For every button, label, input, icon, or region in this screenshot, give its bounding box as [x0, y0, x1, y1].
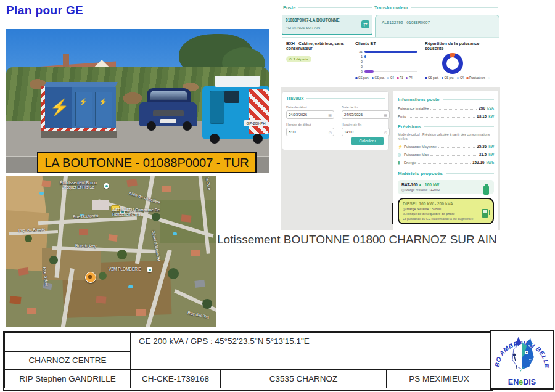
site-banner: LA BOUTONNE - 01088P0007 - TUR	[37, 152, 257, 173]
calendar-icon: ▦	[384, 113, 387, 117]
calculer-button[interactable]: Calculer ›	[352, 137, 384, 145]
section-transformateur: Transformateur	[374, 5, 408, 10]
bar-row: 35	[355, 49, 417, 54]
poste-card[interactable]: 01088P0007-LA BOUTONNE ◦ CHARNOZ-SUR-AIN…	[282, 15, 372, 35]
poste-city: ◦ CHARNOZ-SUR-AIN	[286, 26, 320, 30]
van-license-plate: GP-260-PH	[244, 120, 268, 126]
map-label-cure: la Cure	[205, 177, 212, 190]
info-row: Pmip 83.15kW	[398, 114, 494, 118]
bar-row: 0	[355, 64, 417, 69]
satellite-map: Établissement Bruno Jacquet Et Fils Sa A…	[6, 176, 216, 327]
gauge-icon: ◎	[398, 153, 402, 157]
table-cell-ps: PS MEXIMIEUX	[387, 369, 491, 388]
date-fin-input[interactable]: 24/03/2026▦	[342, 110, 390, 119]
green-dot-icon: ●	[419, 183, 421, 187]
lightning-icon: ⚡	[99, 98, 107, 106]
lightning-icon: ⚡	[398, 145, 402, 149]
info-row: Puissance installée 250kVA	[398, 106, 494, 110]
diesel-card-highlighted[interactable]: DIESEL 160 kW - 200 kVA ◷ Marge restante…	[398, 198, 494, 224]
app-screenshot: Poste Transformateur 01088P0007-LA BOUTO…	[281, 5, 500, 230]
enedis-wordmark: ENeDIS	[508, 378, 536, 386]
lightning-icon: ⚡	[79, 98, 88, 106]
page-title: Plan pour GE	[6, 4, 83, 17]
generator-cabinet-front: ⚡	[42, 87, 72, 130]
map-poi-marker	[147, 267, 152, 272]
map-label-cimetiere: Allée du Cimetière	[128, 190, 161, 205]
map-label-roy: Rue du Roy	[75, 243, 97, 248]
map-trees-layer	[49, 256, 58, 264]
table-cell-gps: GE 200 kVA / GPS : 45°52'23.5"N 5°13'15.…	[131, 332, 491, 369]
materiels-title: Matériels proposés	[398, 171, 443, 176]
bar-row: 6	[355, 69, 417, 74]
info-icon[interactable]: ◌	[488, 76, 490, 80]
prevision-row: ⚡ Puissance Moyenne 25.36kW	[398, 144, 494, 149]
enedis-stamp: BO AMBERIEU BELLEY ENeD	[490, 330, 554, 390]
poste-title: 01088P0007-LA BOUTONNE	[286, 18, 340, 22]
transformateur-title: ALS132792 - 01088R0007	[382, 20, 430, 25]
travaux-card: Travaux Date de début 24/03/2026▦ Date d…	[282, 91, 389, 150]
prevision-row: ▮ Energie 152.16kWh	[398, 160, 494, 165]
table-cell-site: CHARNOZ CENTRE	[4, 351, 131, 369]
map-pools-layer	[39, 192, 44, 195]
clients-bt-legend: CS part. CS pro. C4 P3 P4	[355, 76, 417, 80]
mode-calcul: Mode de calcul : Prévision calculée à pa…	[398, 133, 494, 141]
enedis-stamp-graphic: BO AMBERIEU BELLEY ENeD	[491, 331, 553, 388]
horaire-debut-input[interactable]: 8:00◷	[286, 128, 334, 136]
bat-160-card[interactable]: BAT-160 ● 160 kW ◷ Marge restante : 12h0…	[398, 180, 494, 194]
travaux-title: Travaux	[286, 96, 303, 101]
map-ge-location-pin	[85, 272, 96, 283]
horaire-fin-input[interactable]: 14:00◷	[342, 128, 390, 136]
fuel-pump-icon	[482, 209, 488, 218]
clock-icon: ◷	[384, 130, 387, 134]
battery-icon	[483, 186, 489, 195]
site-photo: ⚡ ⚡ ⚡ GP-260-PH	[6, 29, 269, 173]
van-open-door	[210, 91, 224, 124]
map-label-tra: Rue des Tra	[187, 310, 210, 319]
battery-icon: ▮	[398, 161, 402, 165]
info-panel: Informations poste Puissance installée 2…	[393, 91, 498, 230]
transformateur-panel: EXH - Cabine, extérieur, sans conservate…	[282, 37, 500, 86]
map-poi-marker	[104, 183, 109, 189]
map-label-bruno: Établissement Bruno Jacquet Et Fils Sa	[53, 181, 104, 190]
departs-badge[interactable]: ⟳ 3 départs	[286, 56, 311, 62]
previsions-title: Prévisions	[398, 124, 421, 129]
clock-icon: ◷	[329, 130, 332, 134]
warning-icon: ⚠	[403, 212, 406, 216]
caption-lotissement: Lotissement BOUTONNE 01800 CHARNOZ SUR A…	[217, 233, 497, 247]
info-table: GE 200 kVA / GPS : 45°52'23.5"N 5°13'15.…	[3, 331, 493, 391]
page: Plan pour GE ⚡ ⚡ ⚡	[0, 0, 555, 392]
clients-bt-title: Clients BT	[355, 41, 417, 46]
repartition-legend: CS part. CS pro. C4 Producteurs ◌	[425, 76, 495, 80]
generator-cabinet-side: ⚡ ⚡	[72, 87, 116, 130]
section-poste: Poste	[283, 5, 295, 10]
repartition-donut-chart	[442, 53, 463, 74]
table-cell-rip: RIP Stephen GANDRILLE	[4, 369, 131, 388]
lightning-icon: ⚡	[49, 98, 69, 117]
repartition-title: Répartition de la puissance souscrite	[425, 41, 495, 51]
map-label-aath: AATH AATH Commune De Rattachement s	[112, 208, 160, 217]
transformateur-tab[interactable]: ALS132792 - 01088R0007	[375, 15, 500, 38]
bar-row: 1	[355, 54, 417, 59]
van-chevron-stripes	[249, 89, 269, 134]
cabine-title: EXH - Cabine, extérieur, sans conservate…	[286, 41, 347, 51]
infos-title: Informations poste	[398, 97, 440, 102]
prevision-row: ◎ Puissance Max 31.5kW	[398, 152, 494, 157]
table-cell-ref: CH-CKE-1739168	[131, 369, 220, 388]
date-debut-input[interactable]: 24/03/2026▦	[286, 110, 334, 119]
map-rooftops-layer	[18, 267, 28, 276]
bar-row: 0	[355, 59, 417, 64]
calendar-icon: ▦	[328, 113, 332, 117]
hazard-stripes	[41, 86, 45, 133]
table-cell-empty	[4, 332, 131, 351]
refresh-icon: ⟳	[289, 57, 292, 61]
map-label-v2m: V2M PLOMBERIE	[109, 267, 141, 271]
poste-switch-icon[interactable]: ⇄	[361, 20, 369, 28]
table-cell-code: C3535 CHARNOZ	[220, 369, 387, 388]
